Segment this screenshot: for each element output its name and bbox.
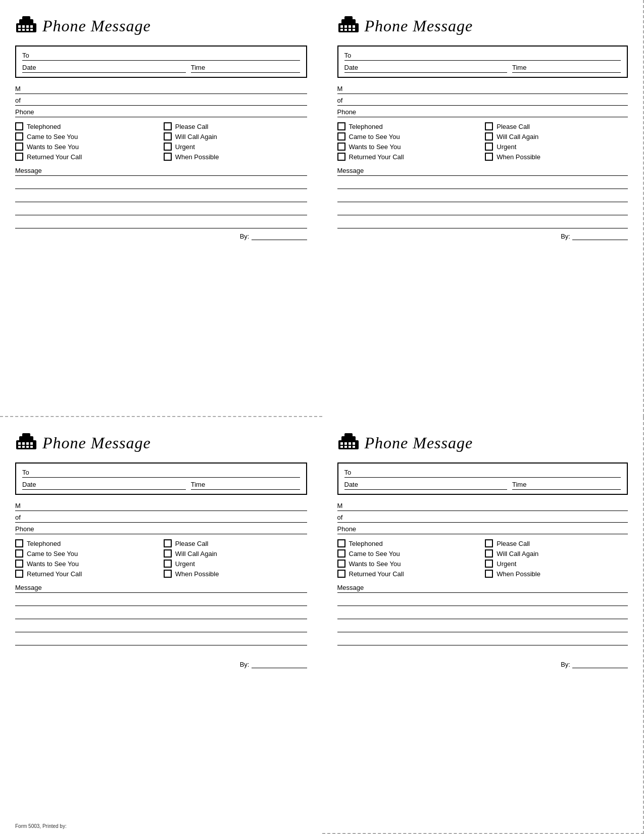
checkbox-returned-3[interactable]: Returned Your Call	[15, 570, 159, 578]
checkbox-will-call-1[interactable]: Will Call Again	[164, 132, 307, 141]
of-row-3: of	[15, 514, 307, 523]
checkbox-came-2[interactable]: Came to See You	[337, 132, 480, 141]
svg-rect-37	[344, 442, 347, 445]
checkbox-please-call-1[interactable]: Please Call	[164, 122, 307, 130]
svg-rect-3	[18, 25, 21, 28]
checkbox-urgent-1[interactable]: Urgent	[164, 143, 307, 151]
to-row-2: To	[344, 52, 621, 61]
checkbox-will-call-3[interactable]: Will Call Again	[164, 549, 307, 558]
checkbox-box[interactable]	[485, 570, 493, 578]
checkbox-box[interactable]	[15, 122, 23, 130]
checkbox-came-3[interactable]: Came to See You	[15, 549, 159, 558]
phone-icon-1	[15, 14, 37, 37]
by-row-4: By:	[337, 661, 628, 668]
checkbox-box[interactable]	[485, 560, 493, 568]
svg-rect-9	[26, 29, 29, 31]
checkbox-box[interactable]	[485, 539, 493, 547]
checkbox-when-possible-1[interactable]: When Possible	[164, 153, 307, 161]
checkbox-box[interactable]	[337, 560, 345, 568]
checkbox-please-call-3[interactable]: Please Call	[164, 539, 307, 547]
svg-rect-30	[22, 446, 25, 448]
phone-message-card-3: Phone Message To Date Time M of Ph	[0, 417, 322, 834]
checkbox-box[interactable]	[164, 539, 172, 547]
checkbox-box[interactable]	[15, 549, 23, 558]
phone-icon-3	[15, 431, 37, 454]
checkbox-box[interactable]	[15, 570, 23, 578]
checkbox-box[interactable]	[485, 153, 493, 161]
checkbox-returned-4[interactable]: Returned Your Call	[337, 570, 480, 578]
svg-rect-31	[26, 446, 29, 448]
checkbox-box[interactable]	[164, 143, 172, 151]
checkbox-label: Will Call Again	[497, 133, 538, 141]
by-line-3	[252, 668, 307, 668]
checkbox-box[interactable]	[15, 539, 23, 547]
checkbox-telephoned-2[interactable]: Telephoned	[337, 122, 480, 130]
checkbox-please-call-2[interactable]: Please Call	[485, 122, 628, 130]
checkbox-box[interactable]	[164, 560, 172, 568]
message-row-4: Message	[337, 584, 628, 593]
checkbox-wants-2[interactable]: Wants to See You	[337, 143, 480, 151]
checkbox-returned-1[interactable]: Returned Your Call	[15, 153, 159, 161]
checkbox-please-call-4[interactable]: Please Call	[485, 539, 628, 547]
checkbox-box[interactable]	[485, 549, 493, 558]
checkbox-box[interactable]	[15, 560, 23, 568]
by-line-1	[252, 240, 307, 240]
checkbox-box[interactable]	[337, 132, 345, 141]
checkbox-label: Please Call	[497, 540, 530, 547]
checkbox-label: Telephoned	[349, 540, 383, 547]
svg-rect-24	[22, 433, 30, 437]
checkbox-returned-2[interactable]: Returned Your Call	[337, 153, 480, 161]
checkbox-box[interactable]	[485, 132, 493, 141]
phone-row-3: Phone	[15, 525, 307, 534]
checkbox-telephoned-1[interactable]: Telephoned	[15, 122, 159, 130]
checkbox-box[interactable]	[164, 570, 172, 578]
checkbox-wants-3[interactable]: Wants to See You	[15, 560, 159, 568]
checkbox-box[interactable]	[337, 539, 345, 547]
checkbox-telephoned-4[interactable]: Telephoned	[337, 539, 480, 547]
checkbox-wants-4[interactable]: Wants to See You	[337, 560, 480, 568]
checkbox-urgent-3[interactable]: Urgent	[164, 560, 307, 568]
checkbox-box[interactable]	[337, 153, 345, 161]
checkbox-telephoned-3[interactable]: Telephoned	[15, 539, 159, 547]
checkbox-box[interactable]	[15, 153, 23, 161]
time-label-1: Time	[191, 64, 205, 71]
checkbox-box[interactable]	[337, 570, 345, 578]
date-label-3: Date	[22, 481, 36, 488]
checkbox-when-possible-2[interactable]: When Possible	[485, 153, 628, 161]
checkbox-box[interactable]	[337, 549, 345, 558]
checkbox-box[interactable]	[15, 132, 23, 141]
checkbox-urgent-2[interactable]: Urgent	[485, 143, 628, 151]
checkbox-box[interactable]	[164, 122, 172, 130]
checkbox-label: Returned Your Call	[27, 570, 82, 578]
checkbox-came-4[interactable]: Came to See You	[337, 549, 480, 558]
checkbox-will-call-4[interactable]: Will Call Again	[485, 549, 628, 558]
checkbox-came-1[interactable]: Came to See You	[15, 132, 159, 141]
svg-rect-21	[353, 29, 355, 31]
checkbox-box[interactable]	[164, 153, 172, 161]
to-label-3: To	[22, 469, 29, 476]
phone-icon-2	[337, 14, 360, 37]
date-time-row-3: Date Time	[22, 481, 300, 490]
checkbox-urgent-4[interactable]: Urgent	[485, 560, 628, 568]
checkbox-when-possible-3[interactable]: When Possible	[164, 570, 307, 578]
phone-label-3: Phone	[15, 525, 34, 533]
checkbox-box[interactable]	[164, 549, 172, 558]
checkbox-will-call-2[interactable]: Will Call Again	[485, 132, 628, 141]
of-label-3: of	[15, 514, 21, 521]
svg-rect-36	[340, 442, 343, 445]
checkbox-box[interactable]	[337, 143, 345, 151]
message-section-2: Message	[337, 167, 628, 228]
checkbox-box[interactable]	[485, 122, 493, 130]
checkbox-box[interactable]	[337, 122, 345, 130]
checkbox-label: When Possible	[175, 570, 219, 578]
checkbox-when-possible-4[interactable]: When Possible	[485, 570, 628, 578]
message-section-1: Message	[15, 167, 307, 228]
checkbox-box[interactable]	[485, 143, 493, 151]
checkbox-box[interactable]	[15, 143, 23, 151]
checkbox-wants-1[interactable]: Wants to See You	[15, 143, 159, 151]
to-row-1: To	[22, 52, 300, 61]
checkbox-box[interactable]	[164, 132, 172, 141]
svg-rect-6	[30, 25, 33, 28]
of-label-4: of	[337, 514, 343, 521]
message-label-1: Message	[15, 167, 42, 174]
